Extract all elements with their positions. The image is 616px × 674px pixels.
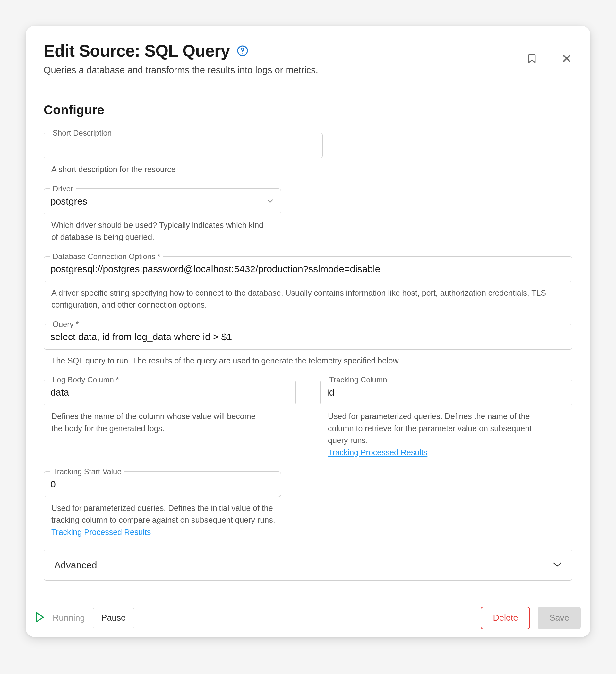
pause-button[interactable]: Pause [93,607,135,629]
footer: Running Pause Delete Save [26,598,590,637]
edit-source-card: Edit Source: SQL Query Queries a databas… [26,26,590,637]
query-help: The SQL query to run. The results of the… [44,355,572,367]
tracking-start-help: Used for parameterized queries. Defines … [44,502,281,526]
advanced-label: Advanced [54,560,97,571]
driver-select[interactable]: postgres [44,189,281,214]
section-title: Configure [44,103,572,117]
log-body-help: Defines the name of the column whose val… [44,410,262,434]
datasource-help: A driver specific string specifying how … [44,287,572,311]
query-label: Query * [50,320,81,329]
status-text: Running [53,613,85,623]
page-title: Edit Source: SQL Query [44,41,230,61]
chevron-down-icon [553,562,562,568]
field-tracking-column: Tracking Column Used for parameterized q… [320,379,572,457]
advanced-section[interactable]: Advanced [44,550,572,581]
field-datasource: Database Connection Options * A driver s… [44,256,572,311]
short-description-help: A short description for the resource [44,163,323,176]
field-short-description: Short Description A short description fo… [44,133,323,176]
query-input[interactable] [44,324,572,350]
log-body-label: Log Body Column * [50,375,122,384]
page-subtitle: Queries a database and transforms the re… [44,65,572,76]
svg-point-1 [242,53,243,53]
datasource-label: Database Connection Options * [50,252,163,261]
save-button[interactable]: Save [538,606,581,629]
bookmark-icon[interactable] [526,53,538,64]
tracking-start-label: Tracking Start Value [50,467,124,476]
form-body: Configure Short Description A short desc… [26,87,590,598]
close-icon[interactable] [561,53,572,64]
delete-button[interactable]: Delete [481,606,530,629]
driver-help: Which driver should be used? Typically i… [44,219,268,243]
field-query: Query * The SQL query to run. The result… [44,324,572,367]
field-log-body-column: Log Body Column * Defines the name of th… [44,379,296,434]
field-tracking-start: Tracking Start Value Used for parameteri… [44,471,281,537]
help-icon[interactable] [237,45,248,57]
header: Edit Source: SQL Query Queries a databas… [26,26,590,87]
play-icon [35,612,45,624]
field-driver: Driver postgres Which driver should be u… [44,189,281,243]
tracking-column-label: Tracking Column [327,375,390,384]
tracking-column-link[interactable]: Tracking Processed Results [320,448,427,457]
tracking-start-link[interactable]: Tracking Processed Results [44,528,151,537]
driver-label: Driver [50,184,76,193]
short-description-label: Short Description [50,128,114,137]
tracking-column-help: Used for parameterized queries. Defines … [320,410,538,447]
